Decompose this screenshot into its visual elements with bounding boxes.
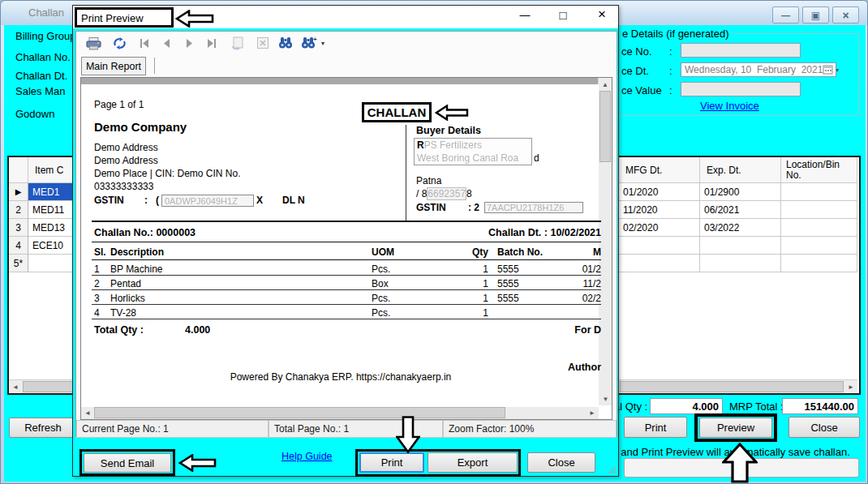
label-challan-no: Challan No. xyxy=(15,51,71,63)
view-invoice-link[interactable]: View Invoice xyxy=(700,100,759,112)
preview-close-button[interactable]: Close xyxy=(527,452,595,473)
item-mfg: 01/2 xyxy=(565,263,601,275)
cell-exp-2[interactable]: 06/2021 xyxy=(700,201,781,219)
grid-cell-item-4[interactable]: ECE10 xyxy=(28,237,74,255)
invoice-value-label: ce Value xyxy=(621,84,662,96)
viewer-tabrow: Main Report xyxy=(76,56,617,77)
item-desc: Horlicks xyxy=(110,293,145,304)
cell-loc-1[interactable] xyxy=(781,183,857,201)
cell-loc-5[interactable] xyxy=(781,255,857,272)
row-rule xyxy=(92,275,601,276)
tab-separator xyxy=(154,58,155,74)
buyer-gstin-redacted: 7AACPU2178H1Z6 xyxy=(484,202,583,213)
preview-minimize-button[interactable]: — xyxy=(515,9,535,21)
total-qty-field: 4.000 xyxy=(650,398,723,414)
item-qty: 1 xyxy=(462,307,488,319)
gstin-redacted-box: 0ADWPJ6049H1Z xyxy=(161,195,254,207)
label-challan-dt: Challan Dt. xyxy=(15,70,67,82)
gstin-paren: ( xyxy=(156,195,159,206)
status-current-page: Current Page No.: 1 xyxy=(76,420,269,438)
zoom-icon[interactable]: + xyxy=(301,36,317,49)
report-auth-text: Author xyxy=(554,362,601,373)
invoice-no-field[interactable] xyxy=(681,43,801,58)
hscroll-left-arrow[interactable]: ◄ xyxy=(81,406,94,419)
close-challan-button[interactable]: Close xyxy=(789,417,860,438)
row-header-4[interactable]: 4 xyxy=(9,237,28,255)
restore-button[interactable]: ▣ xyxy=(802,6,829,24)
next-page-icon[interactable] xyxy=(186,39,193,48)
buyer-phone-prefix: / 8 xyxy=(416,188,427,199)
row-rule xyxy=(92,304,601,305)
tab-main-report[interactable]: Main Report xyxy=(81,57,146,75)
grid-cell-item-2[interactable]: MED11 xyxy=(28,201,74,219)
hscroll-right-arrow[interactable]: ► xyxy=(586,406,599,419)
col-item-code[interactable]: Item C xyxy=(28,157,74,183)
row-header-new[interactable]: 5* xyxy=(9,255,28,272)
minimize-icon: — xyxy=(781,11,790,20)
items-grid-right: MFG Dt. Exp. Dt. Location/Bin No. 01/202… xyxy=(619,156,861,395)
preview-maximize-button[interactable]: □ xyxy=(553,8,573,22)
row-header-3[interactable]: 3 xyxy=(9,219,28,237)
grid-cell-item-5[interactable] xyxy=(28,255,74,272)
grid-hscrollbar-right[interactable]: ► xyxy=(619,379,857,393)
mrp-total-label: MRP Total : xyxy=(729,400,784,413)
items-grid-left: Item C ▶ MED1 2 MED11 3 MED13 4 ECE10 5*… xyxy=(7,156,74,395)
refresh-icon[interactable] xyxy=(113,37,127,49)
col-exp-dt[interactable]: Exp. Dt. xyxy=(700,157,781,183)
cell-exp-5[interactable] xyxy=(700,255,781,272)
svg-text:+: + xyxy=(313,36,317,43)
invoice-date-value: Wednesday, 10 February 2021 xyxy=(681,64,823,75)
printer-icon[interactable] xyxy=(86,37,101,50)
vscroll-down-arrow[interactable]: ▼ xyxy=(599,392,612,405)
scroll-right-arrow[interactable]: ► xyxy=(844,380,857,393)
close-button[interactable]: × xyxy=(832,6,859,24)
zoom-dropdown-caret[interactable]: ▾ xyxy=(319,40,327,47)
invoice-group-title: e Details (if generated) xyxy=(620,28,732,40)
cell-loc-4[interactable] xyxy=(781,237,857,255)
row-indicator[interactable]: ▶ xyxy=(9,183,28,201)
buyer-phone-suffix: 8 xyxy=(466,188,472,199)
minimize-button[interactable]: — xyxy=(772,6,799,24)
grid-hscrollbar-left[interactable]: ◄ xyxy=(9,379,74,393)
item-uom: Pcs. xyxy=(372,307,390,319)
row-header-2[interactable]: 2 xyxy=(9,201,28,219)
cell-loc-3[interactable] xyxy=(781,219,857,237)
print-challan-button[interactable]: Print xyxy=(624,417,687,438)
goto-page-icon[interactable] xyxy=(231,36,244,50)
find-icon[interactable] xyxy=(278,36,293,49)
invoice-date-field[interactable]: Wednesday, 10 February 2021 ▾ xyxy=(681,62,836,77)
preview-close-button[interactable]: × xyxy=(592,6,612,23)
cell-loc-2[interactable] xyxy=(781,201,857,219)
grid-cell-item-3[interactable]: MED13 xyxy=(28,219,74,237)
invoice-value-field[interactable] xyxy=(681,82,801,96)
dl-text: DL N xyxy=(282,195,305,206)
cell-mfg-2[interactable]: 11/2020 xyxy=(619,201,700,219)
calendar-icon[interactable] xyxy=(823,65,834,75)
cell-exp-3[interactable]: 03/2022 xyxy=(700,219,781,237)
cell-mfg-3[interactable]: 02/2020 xyxy=(619,219,700,237)
scroll-left-arrow[interactable]: ◄ xyxy=(9,380,22,393)
grid-cell-item-1[interactable]: MED1 xyxy=(28,183,74,201)
first-page-icon[interactable] xyxy=(140,39,149,48)
report-hscrollbar[interactable]: ◄ ► xyxy=(81,405,599,419)
cell-exp-4[interactable] xyxy=(700,237,781,255)
col-location-bin[interactable]: Location/Bin No. xyxy=(781,157,857,183)
col-mfg-dt[interactable]: MFG Dt. xyxy=(619,157,700,183)
close-view-icon[interactable] xyxy=(257,37,269,49)
help-guide-link[interactable]: Help Guide xyxy=(281,451,333,462)
resize-grip[interactable] xyxy=(608,466,616,473)
report-total-label: Total Qty : xyxy=(94,324,144,336)
report-page-info: Page 1 of 1 xyxy=(94,99,144,110)
label-godown: Godown xyxy=(15,108,54,120)
cell-exp-1[interactable]: 01/2900 xyxy=(700,183,781,201)
cell-mfg-1[interactable]: 01/2020 xyxy=(619,183,700,201)
cell-mfg-5[interactable] xyxy=(619,255,700,272)
last-page-icon[interactable] xyxy=(207,39,216,48)
cell-mfg-4[interactable] xyxy=(619,237,700,255)
vscroll-up-arrow[interactable]: ▲ xyxy=(599,78,612,91)
buyer-phone-redacted: 6692357 xyxy=(427,187,466,200)
report-challan-dt: Challan Dt. : 10/02/2021 xyxy=(422,227,601,238)
date-dropdown-caret[interactable]: ▾ xyxy=(836,66,839,74)
refresh-button[interactable]: Refresh xyxy=(9,418,77,438)
prev-page-icon[interactable] xyxy=(163,39,170,48)
